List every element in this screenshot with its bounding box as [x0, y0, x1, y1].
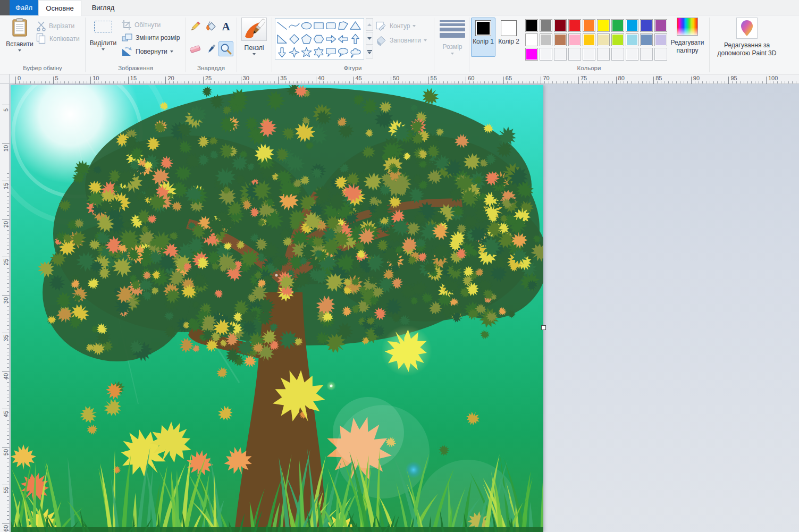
shape-rectangle[interactable]: [313, 19, 325, 32]
edit-palette-button[interactable]: Редагувати палітру: [666, 18, 709, 55]
palette-color-0-1[interactable]: [540, 19, 552, 32]
ruler-label: 15: [130, 75, 137, 81]
shape-star-5[interactable]: [300, 46, 313, 59]
copy-button[interactable]: Копіювати: [35, 33, 80, 45]
palette-color-0-7[interactable]: [626, 19, 638, 32]
ruler-label: 65: [506, 75, 512, 81]
palette-color-0-2[interactable]: [554, 19, 567, 32]
tab-home[interactable]: Основне: [38, 0, 81, 16]
shape-arrow-up[interactable]: [349, 32, 361, 46]
shape-triangle[interactable]: [349, 19, 361, 32]
palette-color-1-7[interactable]: [626, 33, 638, 46]
shape-arrow-down[interactable]: [276, 46, 288, 59]
ruler-label: 60: [3, 523, 9, 532]
resize-button[interactable]: Змінити розмір: [121, 32, 180, 43]
tab-file[interactable]: Файл: [10, 0, 38, 15]
paint3d-button[interactable]: Редагування за допомогою Paint 3D: [714, 18, 780, 57]
fill-tool[interactable]: [204, 19, 218, 34]
shape-pentagon[interactable]: [300, 32, 313, 46]
palette-empty-slot[interactable]: [626, 48, 638, 61]
cut-button[interactable]: Вирізати: [36, 21, 74, 31]
shape-diamond[interactable]: [288, 32, 300, 46]
eraser-tool[interactable]: [188, 41, 203, 56]
paste-button[interactable]: Вставити: [4, 18, 35, 52]
shape-callout-oval[interactable]: [337, 46, 349, 59]
shape-right-triangle[interactable]: [276, 32, 288, 46]
color2-button[interactable]: Колір 2: [497, 18, 521, 57]
text-icon: A: [220, 20, 232, 33]
ruler-label: 5: [55, 75, 58, 81]
size-button[interactable]: Розмір: [437, 43, 468, 55]
shape-ellipse[interactable]: [300, 19, 313, 32]
shape-hexagon[interactable]: [313, 32, 325, 46]
drawing-canvas[interactable]: [11, 85, 543, 532]
shape-star-4[interactable]: [288, 46, 300, 59]
shape-curve[interactable]: [288, 19, 300, 32]
shape-rounded-rectangle[interactable]: [325, 19, 337, 32]
palette-color-1-0[interactable]: [525, 33, 538, 46]
palette-color-1-5[interactable]: [597, 33, 610, 46]
palette-empty-slot[interactable]: [583, 48, 595, 61]
palette-color-0-6[interactable]: [611, 19, 624, 32]
ruler-corner: [0, 74, 10, 84]
select-rectangle-icon: [94, 21, 112, 32]
shape-line[interactable]: [276, 19, 288, 32]
palette-color-1-8[interactable]: [640, 33, 653, 46]
shape-fill-button[interactable]: Заповнити: [375, 35, 427, 46]
ruler-label: 20: [3, 219, 9, 230]
magnifier-tool[interactable]: [218, 41, 233, 56]
palette-empty-slot[interactable]: [597, 48, 610, 61]
shapes-group-label: Фігури: [272, 65, 434, 71]
palette-color-1-6[interactable]: [611, 33, 624, 46]
shape-outline-button[interactable]: Контур: [375, 20, 416, 32]
ruler-tick: [578, 77, 579, 84]
color-picker-tool[interactable]: [204, 41, 218, 56]
shape-callout-cloud[interactable]: [349, 46, 361, 59]
shapes-scroll-up-button[interactable]: [366, 18, 373, 31]
palette-color-0-4[interactable]: [583, 19, 595, 32]
palette-empty-slot[interactable]: [568, 48, 581, 61]
size-dropdown-caret: [451, 53, 454, 55]
select-button[interactable]: Виділити: [88, 18, 118, 50]
palette-color-1-1[interactable]: [540, 33, 552, 46]
palette-empty-slot[interactable]: [611, 48, 624, 61]
palette-empty-slot[interactable]: [554, 48, 567, 61]
palette-color-0-0[interactable]: [525, 19, 538, 32]
eyedropper-icon: [205, 43, 217, 55]
palette-color-0-5[interactable]: [597, 19, 610, 32]
ruler-label: 30: [3, 295, 9, 306]
ruler-label: 80: [618, 75, 625, 81]
pencil-tool[interactable]: [188, 19, 203, 34]
scissors-icon: [36, 21, 46, 31]
palette-color-0-8[interactable]: [640, 19, 653, 32]
shape-arrow-right[interactable]: [325, 32, 337, 46]
text-tool[interactable]: A: [218, 19, 233, 34]
brushes-button[interactable]: Пензлі: [239, 18, 270, 55]
ruler-tick: [90, 77, 91, 84]
palette-color-2-0[interactable]: [525, 48, 538, 61]
palette-empty-slot[interactable]: [640, 48, 653, 61]
palette-color-1-3[interactable]: [568, 33, 581, 46]
canvas-resize-handle[interactable]: [541, 325, 546, 330]
tab-bar: Файл Основне Вигляд: [0, 0, 799, 15]
tab-view[interactable]: Вигляд: [81, 0, 125, 15]
outline-label: Контур: [390, 22, 410, 30]
crop-button[interactable]: Обітнути: [121, 20, 161, 30]
shapes-more-button[interactable]: [366, 46, 373, 58]
rotate-button[interactable]: Повернути: [121, 46, 173, 57]
palette-color-1-2[interactable]: [554, 33, 567, 46]
ruler-tick: [466, 77, 466, 84]
shape-callout-rounded[interactable]: [325, 46, 337, 59]
ruler-tick: [278, 77, 279, 84]
shape-star-6[interactable]: [313, 46, 325, 59]
crop-label: Обітнути: [134, 21, 161, 29]
ruler-label: 10: [3, 143, 9, 154]
shape-polygon[interactable]: [337, 19, 349, 32]
shapes-scroll-down-button[interactable]: [366, 32, 373, 45]
palette-color-1-4[interactable]: [583, 33, 595, 46]
shape-arrow-left[interactable]: [337, 32, 349, 46]
palette-color-0-3[interactable]: [568, 19, 581, 32]
palette-empty-slot[interactable]: [540, 48, 552, 61]
color1-button[interactable]: Колір 1: [471, 18, 495, 57]
ruler-tick: [53, 77, 54, 84]
